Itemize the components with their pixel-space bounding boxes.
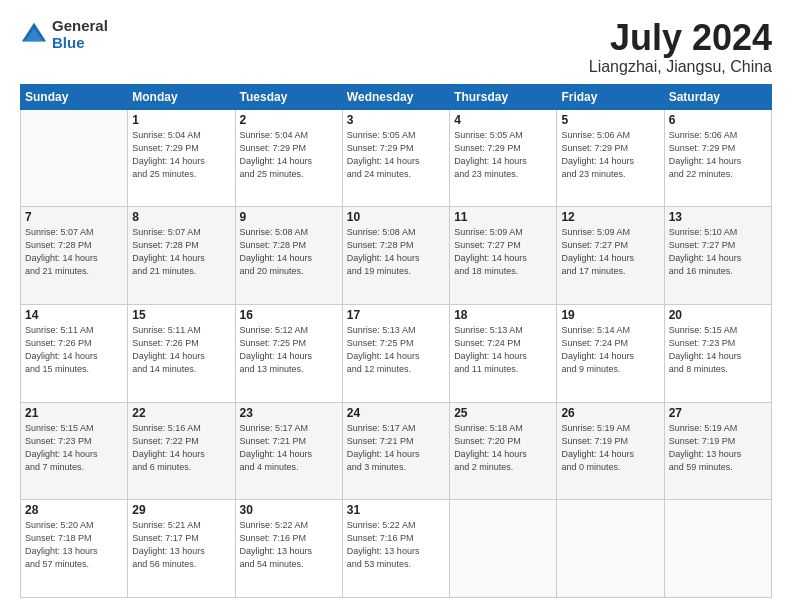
day-info: Sunrise: 5:22 AMSunset: 7:16 PMDaylight:… bbox=[240, 519, 338, 571]
calendar-cell: 21Sunrise: 5:15 AMSunset: 7:23 PMDayligh… bbox=[21, 402, 128, 500]
title-block: July 2024 Liangzhai, Jiangsu, China bbox=[589, 18, 772, 76]
page-title: July 2024 bbox=[589, 18, 772, 58]
calendar-cell bbox=[450, 500, 557, 598]
day-info: Sunrise: 5:05 AMSunset: 7:29 PMDaylight:… bbox=[347, 129, 445, 181]
day-header-tuesday: Tuesday bbox=[235, 84, 342, 109]
day-header-wednesday: Wednesday bbox=[342, 84, 449, 109]
day-number: 9 bbox=[240, 210, 338, 224]
day-number: 10 bbox=[347, 210, 445, 224]
day-number: 18 bbox=[454, 308, 552, 322]
calendar-cell: 13Sunrise: 5:10 AMSunset: 7:27 PMDayligh… bbox=[664, 207, 771, 305]
day-number: 20 bbox=[669, 308, 767, 322]
day-header-sunday: Sunday bbox=[21, 84, 128, 109]
day-info: Sunrise: 5:18 AMSunset: 7:20 PMDaylight:… bbox=[454, 422, 552, 474]
calendar-cell: 25Sunrise: 5:18 AMSunset: 7:20 PMDayligh… bbox=[450, 402, 557, 500]
day-info: Sunrise: 5:20 AMSunset: 7:18 PMDaylight:… bbox=[25, 519, 123, 571]
logo-general-text: General bbox=[52, 18, 108, 35]
calendar-cell: 26Sunrise: 5:19 AMSunset: 7:19 PMDayligh… bbox=[557, 402, 664, 500]
logo-blue-text: Blue bbox=[52, 35, 108, 52]
day-info: Sunrise: 5:22 AMSunset: 7:16 PMDaylight:… bbox=[347, 519, 445, 571]
day-number: 6 bbox=[669, 113, 767, 127]
day-number: 7 bbox=[25, 210, 123, 224]
header: General Blue July 2024 Liangzhai, Jiangs… bbox=[20, 18, 772, 76]
day-number: 25 bbox=[454, 406, 552, 420]
day-number: 21 bbox=[25, 406, 123, 420]
day-info: Sunrise: 5:11 AMSunset: 7:26 PMDaylight:… bbox=[25, 324, 123, 376]
day-number: 11 bbox=[454, 210, 552, 224]
header-row: SundayMondayTuesdayWednesdayThursdayFrid… bbox=[21, 84, 772, 109]
day-number: 27 bbox=[669, 406, 767, 420]
week-row-5: 28Sunrise: 5:20 AMSunset: 7:18 PMDayligh… bbox=[21, 500, 772, 598]
calendar-cell bbox=[664, 500, 771, 598]
calendar-cell: 28Sunrise: 5:20 AMSunset: 7:18 PMDayligh… bbox=[21, 500, 128, 598]
day-info: Sunrise: 5:09 AMSunset: 7:27 PMDaylight:… bbox=[561, 226, 659, 278]
day-number: 2 bbox=[240, 113, 338, 127]
day-number: 14 bbox=[25, 308, 123, 322]
page-subtitle: Liangzhai, Jiangsu, China bbox=[589, 58, 772, 76]
calendar-cell: 7Sunrise: 5:07 AMSunset: 7:28 PMDaylight… bbox=[21, 207, 128, 305]
calendar-cell: 10Sunrise: 5:08 AMSunset: 7:28 PMDayligh… bbox=[342, 207, 449, 305]
day-number: 29 bbox=[132, 503, 230, 517]
day-info: Sunrise: 5:16 AMSunset: 7:22 PMDaylight:… bbox=[132, 422, 230, 474]
day-number: 15 bbox=[132, 308, 230, 322]
calendar-cell bbox=[21, 109, 128, 207]
day-info: Sunrise: 5:13 AMSunset: 7:24 PMDaylight:… bbox=[454, 324, 552, 376]
week-row-3: 14Sunrise: 5:11 AMSunset: 7:26 PMDayligh… bbox=[21, 304, 772, 402]
day-info: Sunrise: 5:09 AMSunset: 7:27 PMDaylight:… bbox=[454, 226, 552, 278]
logo-text: General Blue bbox=[52, 18, 108, 51]
day-number: 28 bbox=[25, 503, 123, 517]
day-info: Sunrise: 5:07 AMSunset: 7:28 PMDaylight:… bbox=[132, 226, 230, 278]
page: General Blue July 2024 Liangzhai, Jiangs… bbox=[0, 0, 792, 612]
day-info: Sunrise: 5:14 AMSunset: 7:24 PMDaylight:… bbox=[561, 324, 659, 376]
day-header-monday: Monday bbox=[128, 84, 235, 109]
day-info: Sunrise: 5:04 AMSunset: 7:29 PMDaylight:… bbox=[132, 129, 230, 181]
logo-icon bbox=[20, 21, 48, 49]
day-number: 31 bbox=[347, 503, 445, 517]
calendar-cell: 20Sunrise: 5:15 AMSunset: 7:23 PMDayligh… bbox=[664, 304, 771, 402]
day-info: Sunrise: 5:07 AMSunset: 7:28 PMDaylight:… bbox=[25, 226, 123, 278]
calendar-cell: 14Sunrise: 5:11 AMSunset: 7:26 PMDayligh… bbox=[21, 304, 128, 402]
day-info: Sunrise: 5:15 AMSunset: 7:23 PMDaylight:… bbox=[669, 324, 767, 376]
calendar-cell: 24Sunrise: 5:17 AMSunset: 7:21 PMDayligh… bbox=[342, 402, 449, 500]
day-info: Sunrise: 5:21 AMSunset: 7:17 PMDaylight:… bbox=[132, 519, 230, 571]
calendar-cell: 11Sunrise: 5:09 AMSunset: 7:27 PMDayligh… bbox=[450, 207, 557, 305]
calendar-cell: 19Sunrise: 5:14 AMSunset: 7:24 PMDayligh… bbox=[557, 304, 664, 402]
day-info: Sunrise: 5:19 AMSunset: 7:19 PMDaylight:… bbox=[561, 422, 659, 474]
calendar-cell: 9Sunrise: 5:08 AMSunset: 7:28 PMDaylight… bbox=[235, 207, 342, 305]
calendar: SundayMondayTuesdayWednesdayThursdayFrid… bbox=[20, 84, 772, 598]
day-info: Sunrise: 5:17 AMSunset: 7:21 PMDaylight:… bbox=[240, 422, 338, 474]
calendar-cell: 6Sunrise: 5:06 AMSunset: 7:29 PMDaylight… bbox=[664, 109, 771, 207]
calendar-cell: 22Sunrise: 5:16 AMSunset: 7:22 PMDayligh… bbox=[128, 402, 235, 500]
calendar-cell: 30Sunrise: 5:22 AMSunset: 7:16 PMDayligh… bbox=[235, 500, 342, 598]
week-row-4: 21Sunrise: 5:15 AMSunset: 7:23 PMDayligh… bbox=[21, 402, 772, 500]
calendar-cell: 27Sunrise: 5:19 AMSunset: 7:19 PMDayligh… bbox=[664, 402, 771, 500]
calendar-table: SundayMondayTuesdayWednesdayThursdayFrid… bbox=[20, 84, 772, 598]
day-number: 26 bbox=[561, 406, 659, 420]
week-row-1: 1Sunrise: 5:04 AMSunset: 7:29 PMDaylight… bbox=[21, 109, 772, 207]
day-number: 13 bbox=[669, 210, 767, 224]
logo: General Blue bbox=[20, 18, 108, 51]
day-number: 23 bbox=[240, 406, 338, 420]
calendar-cell: 29Sunrise: 5:21 AMSunset: 7:17 PMDayligh… bbox=[128, 500, 235, 598]
day-number: 8 bbox=[132, 210, 230, 224]
day-info: Sunrise: 5:06 AMSunset: 7:29 PMDaylight:… bbox=[669, 129, 767, 181]
calendar-cell: 16Sunrise: 5:12 AMSunset: 7:25 PMDayligh… bbox=[235, 304, 342, 402]
calendar-cell: 4Sunrise: 5:05 AMSunset: 7:29 PMDaylight… bbox=[450, 109, 557, 207]
calendar-cell: 3Sunrise: 5:05 AMSunset: 7:29 PMDaylight… bbox=[342, 109, 449, 207]
calendar-cell bbox=[557, 500, 664, 598]
day-info: Sunrise: 5:05 AMSunset: 7:29 PMDaylight:… bbox=[454, 129, 552, 181]
calendar-cell: 23Sunrise: 5:17 AMSunset: 7:21 PMDayligh… bbox=[235, 402, 342, 500]
calendar-cell: 18Sunrise: 5:13 AMSunset: 7:24 PMDayligh… bbox=[450, 304, 557, 402]
day-info: Sunrise: 5:12 AMSunset: 7:25 PMDaylight:… bbox=[240, 324, 338, 376]
day-number: 24 bbox=[347, 406, 445, 420]
day-number: 19 bbox=[561, 308, 659, 322]
day-number: 12 bbox=[561, 210, 659, 224]
day-info: Sunrise: 5:08 AMSunset: 7:28 PMDaylight:… bbox=[347, 226, 445, 278]
calendar-cell: 8Sunrise: 5:07 AMSunset: 7:28 PMDaylight… bbox=[128, 207, 235, 305]
day-header-friday: Friday bbox=[557, 84, 664, 109]
day-number: 4 bbox=[454, 113, 552, 127]
calendar-cell: 1Sunrise: 5:04 AMSunset: 7:29 PMDaylight… bbox=[128, 109, 235, 207]
week-row-2: 7Sunrise: 5:07 AMSunset: 7:28 PMDaylight… bbox=[21, 207, 772, 305]
day-info: Sunrise: 5:17 AMSunset: 7:21 PMDaylight:… bbox=[347, 422, 445, 474]
day-header-saturday: Saturday bbox=[664, 84, 771, 109]
